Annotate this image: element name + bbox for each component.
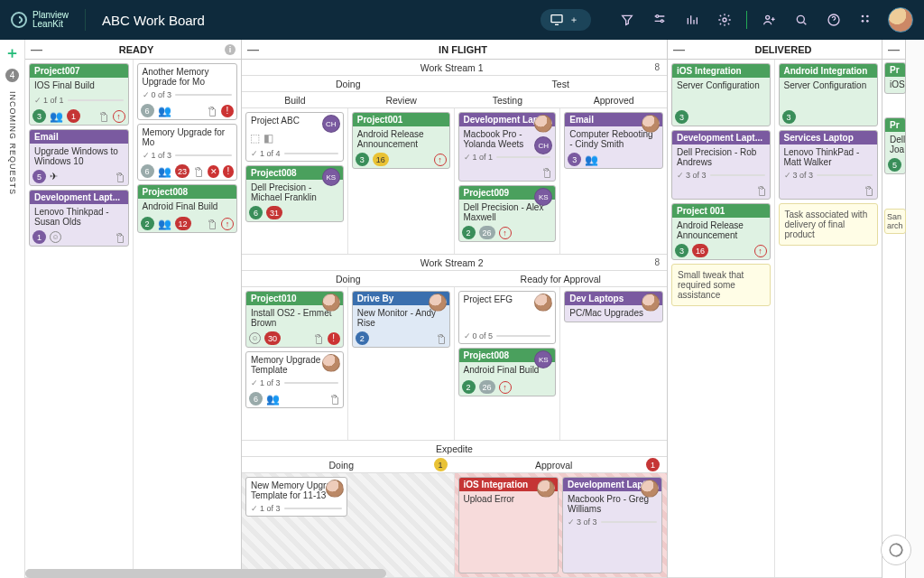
card[interactable]: iOS Integration Upload Error — [458, 477, 559, 573]
card[interactable]: Development Lapt... Lenovo Thinkpad - Su… — [29, 190, 129, 247]
sliders-icon[interactable] — [649, 9, 670, 31]
top-bar: Planview LeanKit ABC Work Board ＋ — [0, 0, 924, 40]
note[interactable]: Task associated with delivery of final p… — [779, 203, 879, 246]
brand: Planview LeanKit — [11, 11, 69, 30]
card[interactable]: Services Laptop Lenovo ThinkPad - Matt W… — [779, 130, 879, 200]
card[interactable]: Project008KS Android Final Build 226↑ — [458, 348, 557, 396]
card[interactable]: Project EFG 0 of 5 — [458, 291, 557, 344]
incoming-count: 4 — [5, 69, 19, 82]
card[interactable]: Project ABC CH ⬚◧ 1 of 4 — [245, 112, 344, 162]
info-icon[interactable]: i — [225, 44, 236, 55]
card[interactable]: Android Integration Server Configuration… — [779, 63, 879, 126]
card[interactable]: Another Memory Upgrade for Mo 0 of 3 6👥🏷… — [137, 63, 238, 120]
card[interactable]: Project009 KS Dell Precision - Alex Maxw… — [458, 185, 557, 242]
incoming-sidebar: ＋ 4 INCOMING REQUESTS — [0, 40, 25, 578]
card[interactable]: Development Lapt... Macbook Pro - Greg W… — [562, 477, 662, 573]
filter-icon[interactable] — [616, 9, 638, 31]
avatar-icon: KS — [322, 168, 340, 186]
card[interactable]: Email Upgrade Windows to Windows 10 5✈🏷 — [29, 129, 129, 186]
card[interactable]: Dev Laptops PC/Mac Upgrades — [564, 291, 663, 322]
svg-point-8 — [866, 15, 869, 18]
add-user-icon[interactable] — [758, 9, 780, 31]
card[interactable]: Project008 Android Final Build 2👥12🏷↑ — [137, 184, 238, 233]
column-ready-title: READY — [48, 44, 225, 55]
expedite-header: Expedite — [242, 441, 667, 457]
divider — [85, 9, 86, 31]
card[interactable]: Project010 Install OS2 - Emmet Brown ☺30… — [245, 291, 344, 348]
avatar-icon: CH — [322, 115, 340, 133]
svg-point-3 — [723, 18, 726, 22]
column-ready: — READY i Project007 IOS Final Build 1 o… — [25, 40, 242, 578]
card[interactable]: Memory Upgrade Template 1 of 3 6👥🏷 — [245, 351, 344, 408]
card[interactable]: Project 001 Android Release Announcement… — [671, 203, 771, 260]
svg-point-4 — [766, 15, 770, 19]
avatar-icon — [642, 115, 660, 133]
svg-point-10 — [866, 20, 869, 23]
svg-point-1 — [656, 15, 659, 18]
svg-point-5 — [797, 15, 804, 23]
card-peek[interactable]: PrDell Joa 5 — [884, 117, 906, 174]
svg-point-9 — [862, 20, 864, 23]
gear-icon[interactable] — [714, 9, 735, 31]
brand-logo-icon — [11, 12, 27, 28]
card[interactable]: Development Lapt... Macbook Pro - Yoland… — [458, 112, 557, 182]
svg-rect-0 — [551, 15, 562, 23]
collapse-inflight[interactable]: — — [247, 42, 259, 56]
apps-icon[interactable] — [855, 9, 877, 31]
user-avatar[interactable] — [888, 7, 913, 33]
svg-point-2 — [661, 20, 663, 23]
planview-badge-icon[interactable] — [881, 535, 911, 565]
add-card-button[interactable]: ＋ — [5, 42, 20, 63]
chart-icon[interactable] — [681, 9, 703, 31]
card[interactable]: Email Computer Rebooting - Cindy Smith 3… — [564, 112, 663, 169]
card[interactable]: New Memory Upgrade Template for 11-13 1 … — [245, 477, 347, 517]
help-icon[interactable] — [823, 9, 845, 31]
card[interactable]: Development Lapt... Dell Precision - Rob… — [671, 130, 771, 200]
note[interactable]: Small tweak that required some assistanc… — [671, 264, 771, 306]
card[interactable]: Project001 Android Release Announcement … — [352, 112, 450, 169]
collapse-delivered[interactable]: — — [673, 42, 685, 56]
ws2-header: Work Stream 28 — [242, 255, 667, 271]
card[interactable]: Drive By New Monitor - Andy Rise 2🏷 — [352, 291, 450, 348]
card[interactable]: Project007 IOS Final Build 1 of 1 3👥1🏷↑ — [29, 63, 129, 126]
brand-text: Planview LeanKit — [32, 11, 69, 30]
ws1-header: Work Stream 18 — [242, 60, 667, 76]
card-peek[interactable]: PriOS — [884, 62, 906, 94]
svg-point-7 — [862, 15, 864, 18]
column-overflow: — PriOS PrDell Joa 5 San arch — [882, 40, 906, 578]
column-delivered: — DELIVERED iOS Integration Server Confi… — [668, 40, 882, 578]
collapse-ready[interactable]: — — [31, 42, 42, 56]
card[interactable]: Memory Upgrade for Mo 1 of 3 6👥23🏷✕! — [137, 124, 238, 181]
monitor-icon — [550, 13, 564, 27]
card[interactable]: iOS Integration Server Configuration 3 — [671, 63, 771, 126]
card[interactable]: Project008 KS Dell Precision - Michael F… — [245, 165, 344, 222]
column-inflight-title: IN FLIGHT — [264, 44, 661, 55]
search-icon[interactable] — [790, 9, 812, 31]
incoming-label: INCOMING REQUESTS — [8, 91, 17, 195]
board-title: ABC Work Board — [102, 13, 205, 28]
horizontal-scrollbar[interactable] — [25, 569, 386, 578]
note-peek[interactable]: San arch — [884, 209, 906, 234]
column-in-flight: — IN FLIGHT Work Stream 18 Doing Test Bu… — [242, 40, 668, 578]
present-button[interactable]: ＋ — [541, 9, 591, 31]
kanban-board: ＋ 4 INCOMING REQUESTS — READY i Project0… — [0, 40, 924, 578]
